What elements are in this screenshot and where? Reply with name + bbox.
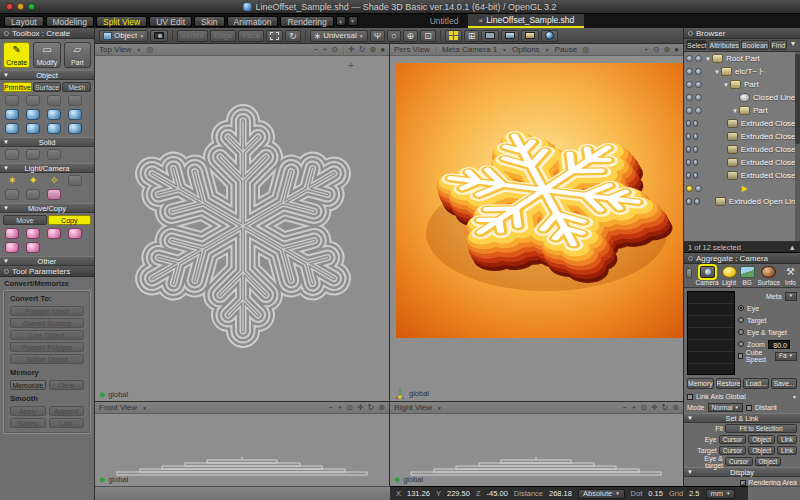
render-toggle[interactable] [686, 120, 691, 127]
mode-dropdown[interactable]: Normal▼ [708, 403, 743, 412]
wedge-icon[interactable] [68, 109, 82, 120]
tab-copy[interactable]: Copy [48, 215, 92, 225]
camera-object-icon[interactable] [47, 189, 61, 200]
target-link-button[interactable]: Link [777, 446, 797, 455]
clear-button[interactable]: Clear [49, 380, 85, 390]
visibility-toggle[interactable] [695, 55, 702, 62]
tree-row[interactable]: ▼ Part [684, 104, 800, 117]
tree-row[interactable]: Extruded Closed [684, 169, 800, 182]
tab-uv-edit[interactable]: UV Edit [149, 16, 192, 27]
magnifier-icon[interactable]: ⊛ [378, 403, 385, 412]
apply-button[interactable]: Apply [10, 406, 46, 416]
mode-create-button[interactable]: ✎ Create [3, 42, 30, 68]
section-light-camera[interactable]: ▼ Light/Camera [0, 163, 94, 173]
render-toggle[interactable] [686, 146, 691, 153]
torus-icon[interactable] [47, 123, 61, 134]
display-wireframe-button[interactable] [481, 30, 499, 42]
display-textured-button[interactable] [521, 30, 539, 42]
convert-curved-surface-button[interactable]: Curved Surface [10, 318, 84, 328]
convert-pseudo-polygon-button[interactable]: Pseudo Polygon [10, 342, 84, 352]
tab-primitive[interactable]: Primitive [3, 82, 32, 92]
tab-surface[interactable]: Surface [758, 266, 780, 286]
minimize-window-button[interactable] [17, 3, 24, 10]
close-tab-icon[interactable]: × [478, 16, 483, 25]
link-button[interactable]: Link [49, 418, 85, 428]
shear-icon[interactable] [5, 242, 19, 253]
restore-button[interactable]: Restore [716, 378, 742, 389]
intersect-icon[interactable] [47, 149, 61, 160]
zoom-in-icon[interactable]: + [632, 403, 637, 412]
zoom-window-button[interactable] [28, 3, 35, 10]
visibility-toggle[interactable] [693, 133, 698, 140]
object-mode-dropdown[interactable]: Object ▼ [99, 30, 148, 42]
visibility-toggle[interactable] [693, 120, 698, 127]
line-light-icon[interactable] [5, 189, 19, 200]
coordinate-mode-dropdown[interactable]: Absolute▼ [578, 489, 625, 499]
edge-mode-button[interactable]: Edge [210, 30, 237, 42]
panel-collapse-icon[interactable] [4, 269, 9, 274]
tab-move[interactable]: Move [3, 215, 47, 225]
export-view-button[interactable]: ⊡ [420, 30, 436, 42]
tree-row[interactable]: Extruded Closed [684, 156, 800, 169]
pause-button[interactable]: Pause [555, 45, 578, 54]
doc-tab-untitled[interactable]: Untitled [420, 14, 469, 28]
rectangle-icon[interactable] [47, 95, 61, 106]
load-button[interactable]: Load... [743, 378, 769, 389]
cube-speed-checkbox[interactable] [738, 353, 743, 359]
view-menu-icon[interactable]: ● [380, 45, 385, 54]
rounded-cube-icon[interactable] [68, 123, 82, 134]
convert-line-object-button[interactable]: Line Object [10, 330, 84, 340]
orbit-icon[interactable]: ↻ [368, 403, 375, 412]
sweep-button[interactable]: Sweep [10, 418, 46, 428]
render-toggle[interactable] [686, 172, 691, 179]
pers-viewport[interactable]: Pers View | Meta Camera 1 ▼ Options ▼ Pa… [390, 44, 683, 401]
zoom-out-icon[interactable]: − [329, 403, 334, 412]
distant-checkbox[interactable] [746, 405, 752, 411]
tab-modeling[interactable]: Modeling [46, 16, 95, 27]
spotlight-icon[interactable]: ✦ [26, 175, 40, 186]
convert-polygon-mesh-button[interactable]: Polygon Mesh [10, 306, 84, 316]
section-other[interactable]: ▼ Other [0, 256, 94, 266]
top-view-title[interactable]: Top View [99, 45, 131, 54]
panel-collapse-icon[interactable] [688, 31, 693, 36]
workspace-next-button[interactable]: ▾ [348, 16, 358, 26]
visibility-toggle[interactable] [695, 68, 702, 75]
link-axis-checkbox[interactable] [687, 394, 693, 400]
cube-icon[interactable] [5, 109, 19, 120]
save-button[interactable]: Save... [771, 378, 797, 389]
camera-tool-button[interactable] [150, 30, 168, 42]
filter-icon[interactable]: ▼ [788, 40, 798, 50]
eyetarget-object-button[interactable]: Object [755, 457, 782, 466]
visibility-toggle[interactable] [694, 198, 700, 205]
tree-insertion-row[interactable]: ▶ [684, 182, 800, 195]
zoom-radio[interactable] [738, 341, 744, 347]
section-solid[interactable]: ▼ Solid [0, 137, 94, 147]
tree-row[interactable]: ▼ elc/T~ト [684, 65, 800, 78]
target-radio[interactable] [738, 317, 744, 323]
render-toggle[interactable] [686, 81, 693, 88]
visibility-toggle[interactable] [695, 94, 702, 101]
vertex-mode-button[interactable]: Vertex [177, 30, 208, 42]
tab-mesh[interactable]: Mesh [62, 82, 91, 92]
chevron-down-icon[interactable]: ▼ [792, 394, 797, 400]
tab-skin[interactable]: Skin [194, 16, 225, 27]
magnifier-icon[interactable]: ⊛ [369, 45, 376, 54]
mode-modify-button[interactable]: ▭ Modify [33, 42, 60, 68]
pan-icon[interactable]: ✛ [348, 45, 355, 54]
workspace-prev-button[interactable]: ▴ [336, 16, 346, 26]
tab-camera[interactable]: Camera [695, 266, 718, 286]
tree-row[interactable]: Closed Line [684, 91, 800, 104]
cone-icon[interactable] [47, 109, 61, 120]
pan-icon[interactable]: ✛ [651, 403, 658, 412]
meta-dropdown[interactable]: ▼ [785, 292, 797, 301]
expander-icon[interactable]: ▼ [722, 82, 730, 88]
memory-button[interactable]: Memory [687, 378, 714, 389]
scale-icon[interactable] [47, 228, 61, 239]
translate-icon[interactable] [5, 228, 19, 239]
area-light-icon[interactable] [68, 175, 82, 186]
render-toggle[interactable] [686, 159, 691, 166]
visibility-toggle[interactable] [695, 185, 702, 192]
subtract-icon[interactable] [26, 149, 40, 160]
tab-animation[interactable]: Animation [227, 16, 279, 27]
duplicate-icon[interactable] [26, 242, 40, 253]
